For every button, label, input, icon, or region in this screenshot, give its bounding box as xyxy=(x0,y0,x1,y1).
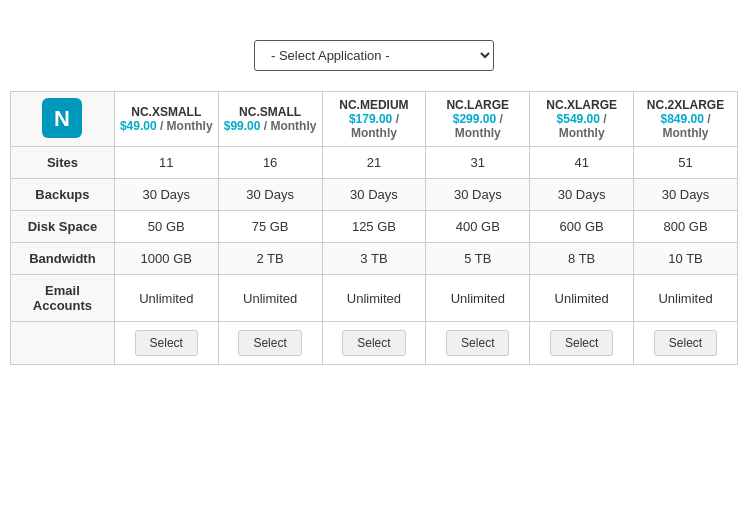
plan-name-nc-large: NC.LARGE xyxy=(446,98,509,112)
feature-value: 11 xyxy=(114,147,218,179)
feature-row: Disk Space50 GB75 GB125 GB400 GB600 GB80… xyxy=(11,211,738,243)
feature-value: 2 TB xyxy=(218,243,322,275)
plan-name-nc-xsmall: NC.XSMALL xyxy=(131,105,201,119)
select-button-nc-xsmall[interactable]: Select xyxy=(135,330,198,356)
feature-value: 800 GB xyxy=(634,211,738,243)
feature-label-3: Bandwidth xyxy=(11,243,115,275)
plan-header-nc-medium: NC.MEDIUM $179.00 / Monthly xyxy=(322,92,426,147)
select-cell-nc-medium: Select xyxy=(322,322,426,365)
plan-price-nc-small: $99.00 / Monthly xyxy=(224,119,317,133)
feature-value: 41 xyxy=(530,147,634,179)
plan-name-nc-2xlarge: NC.2XLARGE xyxy=(647,98,724,112)
feature-value: 8 TB xyxy=(530,243,634,275)
feature-value: 31 xyxy=(426,147,530,179)
feature-value: 600 GB xyxy=(530,211,634,243)
select-row-label xyxy=(11,322,115,365)
plan-name-nc-medium: NC.MEDIUM xyxy=(339,98,408,112)
feature-value: 400 GB xyxy=(426,211,530,243)
feature-value: 3 TB xyxy=(322,243,426,275)
plan-price-nc-xsmall: $49.00 / Monthly xyxy=(120,119,213,133)
feature-value: Unlimited xyxy=(426,275,530,322)
feature-row: Backups30 Days30 Days30 Days30 Days30 Da… xyxy=(11,179,738,211)
select-cell-nc-2xlarge: Select xyxy=(634,322,738,365)
feature-row: Bandwidth1000 GB2 TB3 TB5 TB8 TB10 TB xyxy=(11,243,738,275)
select-cell-nc-xlarge: Select xyxy=(530,322,634,365)
flexible-logo: N xyxy=(15,98,110,140)
feature-value: 30 Days xyxy=(218,179,322,211)
flexible-logo-icon: N xyxy=(42,98,82,138)
feature-row: Email AccountsUnlimitedUnlimitedUnlimite… xyxy=(11,275,738,322)
feature-value: 75 GB xyxy=(218,211,322,243)
feature-label-1: Backups xyxy=(11,179,115,211)
plan-comparison-table: N NC.XSMALL $49.00 / Monthly NC.SMALL $9… xyxy=(10,91,738,365)
select-button-nc-xlarge[interactable]: Select xyxy=(550,330,613,356)
feature-value: Unlimited xyxy=(114,275,218,322)
feature-value: 30 Days xyxy=(114,179,218,211)
select-button-nc-medium[interactable]: Select xyxy=(342,330,405,356)
feature-value: 16 xyxy=(218,147,322,179)
select-button-nc-large[interactable]: Select xyxy=(446,330,509,356)
feature-label-4: Email Accounts xyxy=(11,275,115,322)
feature-value: 51 xyxy=(634,147,738,179)
plan-header-nc-small: NC.SMALL $99.00 / Monthly xyxy=(218,92,322,147)
select-cell-nc-xsmall: Select xyxy=(114,322,218,365)
feature-value: Unlimited xyxy=(218,275,322,322)
feature-value: 30 Days xyxy=(426,179,530,211)
feature-value: 30 Days xyxy=(322,179,426,211)
feature-row: Sites111621314151 xyxy=(11,147,738,179)
feature-value: 21 xyxy=(322,147,426,179)
plan-header-nc-xlarge: NC.XLARGE $549.00 / Monthly xyxy=(530,92,634,147)
feature-value: Unlimited xyxy=(322,275,426,322)
plan-name-nc-small: NC.SMALL xyxy=(239,105,301,119)
page-container: - Select Application -WordPressJoomlaDru… xyxy=(0,0,748,385)
select-button-nc-small[interactable]: Select xyxy=(238,330,301,356)
feature-value: 10 TB xyxy=(634,243,738,275)
select-cell-nc-large: Select xyxy=(426,322,530,365)
feature-value: 30 Days xyxy=(634,179,738,211)
feature-value: Unlimited xyxy=(634,275,738,322)
plan-name-nc-xlarge: NC.XLARGE xyxy=(546,98,617,112)
plan-price-nc-2xlarge: $849.00 / Monthly xyxy=(638,112,733,140)
feature-value: 125 GB xyxy=(322,211,426,243)
feature-value: Unlimited xyxy=(530,275,634,322)
select-application-dropdown[interactable]: - Select Application -WordPressJoomlaDru… xyxy=(254,40,494,71)
plan-price-nc-large: $299.00 / Monthly xyxy=(430,112,525,140)
plan-price-nc-medium: $179.00 / Monthly xyxy=(327,112,422,140)
feature-value: 50 GB xyxy=(114,211,218,243)
feature-value: 30 Days xyxy=(530,179,634,211)
plan-header-nc-xsmall: NC.XSMALL $49.00 / Monthly xyxy=(114,92,218,147)
select-app-wrapper: - Select Application -WordPressJoomlaDru… xyxy=(10,40,738,71)
logo-cell: N xyxy=(11,92,115,147)
svg-text:N: N xyxy=(54,106,70,131)
feature-label-2: Disk Space xyxy=(11,211,115,243)
select-button-nc-2xlarge[interactable]: Select xyxy=(654,330,717,356)
select-cell-nc-small: Select xyxy=(218,322,322,365)
feature-label-0: Sites xyxy=(11,147,115,179)
feature-value: 1000 GB xyxy=(114,243,218,275)
feature-value: 5 TB xyxy=(426,243,530,275)
plan-header-nc-2xlarge: NC.2XLARGE $849.00 / Monthly xyxy=(634,92,738,147)
plan-price-nc-xlarge: $549.00 / Monthly xyxy=(534,112,629,140)
plan-header-nc-large: NC.LARGE $299.00 / Monthly xyxy=(426,92,530,147)
